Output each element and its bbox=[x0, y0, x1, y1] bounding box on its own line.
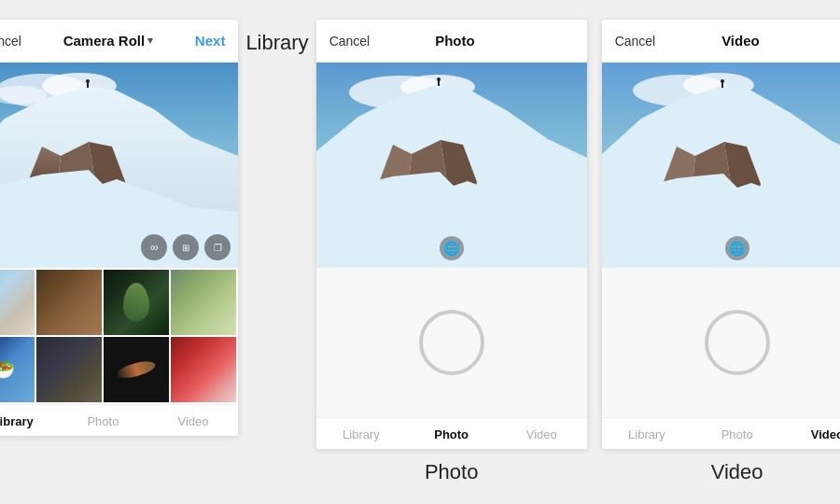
thumbnail-2[interactable] bbox=[36, 270, 102, 335]
video-panel: Cancel Video bbox=[602, 20, 840, 449]
video-tab-photo[interactable]: Photo bbox=[692, 418, 782, 449]
photo-tab-video[interactable]: Video bbox=[497, 418, 587, 449]
video-header: Cancel Video bbox=[602, 20, 840, 63]
video-globe-icon: 🌐 bbox=[725, 236, 749, 260]
photo-tab-library[interactable]: Library bbox=[316, 418, 407, 449]
library-main-image: ⤢ ∞ ⊞ ❐ bbox=[0, 63, 238, 268]
tab-photo[interactable]: Photo bbox=[58, 405, 148, 436]
video-capture-button[interactable] bbox=[705, 310, 770, 375]
video-tab-library[interactable]: Library bbox=[602, 418, 693, 449]
thumbnail-6[interactable] bbox=[36, 337, 102, 402]
video-label: Video bbox=[711, 460, 763, 484]
photo-title: Photo bbox=[435, 33, 475, 49]
thumbnail-grid bbox=[0, 268, 238, 404]
svg-point-20 bbox=[437, 77, 441, 81]
chevron-down-icon: ▾ bbox=[147, 35, 153, 47]
photo-capture-area bbox=[316, 268, 587, 417]
library-label: Library bbox=[245, 31, 308, 55]
infinity-icon[interactable]: ∞ bbox=[141, 234, 167, 260]
overlay-icons: ∞ ⊞ ❐ bbox=[141, 234, 231, 260]
library-header: Cancel Camera Roll ▾ Next bbox=[0, 20, 238, 63]
video-main-image: 🌐 bbox=[602, 63, 840, 268]
library-tab-bar: Library Photo Video bbox=[0, 404, 238, 436]
thumbnail-3[interactable] bbox=[104, 270, 169, 335]
thumbnail-7[interactable] bbox=[104, 337, 169, 402]
thumbnail-4[interactable] bbox=[171, 270, 236, 335]
video-capture-area bbox=[602, 268, 840, 417]
video-tab-video[interactable]: Video bbox=[782, 418, 840, 449]
tab-video[interactable]: Video bbox=[148, 405, 239, 436]
library-cancel-button[interactable]: Cancel bbox=[0, 34, 21, 49]
library-panel: Cancel Camera Roll ▾ Next bbox=[0, 20, 238, 436]
panels-container: Cancel Camera Roll ▾ Next bbox=[0, 20, 840, 484]
photo-capture-button[interactable] bbox=[419, 310, 484, 375]
photo-panel: Cancel Photo bbox=[316, 20, 587, 449]
thumbnail-8[interactable] bbox=[171, 337, 236, 402]
globe-icon: 🌐 bbox=[440, 236, 464, 260]
svg-point-10 bbox=[86, 79, 90, 83]
svg-point-30 bbox=[721, 79, 724, 83]
thumbnail-1[interactable] bbox=[0, 270, 35, 335]
photo-label: Photo bbox=[425, 460, 479, 484]
thumbnail-5[interactable] bbox=[0, 337, 35, 402]
copy-icon[interactable]: ❐ bbox=[204, 234, 231, 260]
photo-cancel-button[interactable]: Cancel bbox=[329, 34, 371, 49]
photo-tab-photo[interactable]: Photo bbox=[406, 418, 497, 449]
video-cancel-button[interactable]: Cancel bbox=[615, 34, 656, 49]
photo-main-image: 🌐 bbox=[316, 63, 587, 268]
video-tab-bar: Library Photo Video bbox=[602, 417, 840, 449]
library-next-button[interactable]: Next bbox=[195, 33, 226, 49]
tab-library[interactable]: Library bbox=[0, 405, 58, 436]
photo-tab-bar: Library Photo Video bbox=[316, 417, 587, 449]
video-title: Video bbox=[721, 33, 760, 49]
library-title: Camera Roll ▾ bbox=[63, 33, 154, 49]
grid-icon[interactable]: ⊞ bbox=[173, 234, 199, 260]
photo-header: Cancel Photo bbox=[316, 20, 587, 63]
